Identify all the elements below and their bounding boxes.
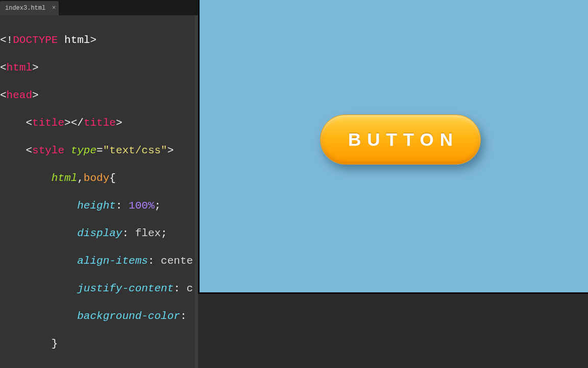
code-text: title (32, 117, 64, 129)
code-text: flex (135, 227, 161, 239)
code-text: < (26, 145, 32, 156)
code-text (0, 117, 26, 129)
code-text: background-color (77, 310, 180, 322)
tab-index3[interactable]: index3.html × (0, 1, 59, 15)
code-text: } (52, 338, 58, 350)
code-text: { (109, 172, 116, 184)
preview-window: BUTTON (198, 0, 588, 294)
code-text: cente (161, 255, 193, 267)
code-text (0, 255, 77, 267)
code-text: ; (161, 227, 167, 239)
code-text: title (84, 117, 116, 129)
code-editor[interactable]: <!DOCTYPE html> <html> <head> <title></t… (0, 15, 198, 368)
code-text: : (122, 227, 135, 239)
code-text: style (32, 145, 64, 156)
code-text: html (7, 62, 32, 74)
code-text: , (77, 172, 84, 184)
code-text: justify-content (77, 283, 174, 294)
code-text: type (71, 145, 96, 156)
code-text: < (0, 62, 7, 74)
code-text: html (58, 34, 90, 46)
code-text: > (167, 145, 174, 156)
code-text: > (116, 117, 122, 129)
code-text (0, 310, 77, 322)
code-text: "text/css" (103, 145, 167, 156)
code-text: > (90, 34, 96, 46)
code-text (0, 172, 52, 184)
code-text (0, 227, 77, 239)
code-text: DOCTYPE (13, 34, 58, 46)
tab-filename: index3.html (5, 5, 45, 12)
code-text: </ (71, 117, 84, 129)
code-text (0, 338, 52, 350)
code-text: height (77, 200, 116, 212)
code-text: align-items (77, 255, 148, 267)
tab-bar: index3.html × (0, 0, 198, 15)
code-text: : (180, 310, 193, 322)
close-icon[interactable]: × (52, 5, 56, 12)
code-text: = (96, 145, 103, 156)
code-text: : (174, 283, 186, 294)
code-text: > (64, 117, 71, 129)
code-text (0, 283, 77, 294)
code-text: < (0, 89, 7, 101)
code-text: body (84, 172, 109, 184)
demo-button[interactable]: BUTTON (320, 114, 481, 165)
code-text: c (186, 283, 193, 294)
code-text: <! (0, 34, 13, 46)
code-text: > (32, 89, 39, 101)
code-text: display (77, 227, 122, 239)
code-text: head (7, 89, 32, 101)
preview-viewport: BUTTON (203, 0, 588, 289)
code-text (0, 145, 26, 156)
code-text: : (116, 200, 129, 212)
code-text: < (26, 117, 32, 129)
code-text: 100% (129, 200, 154, 212)
code-text: html (52, 172, 77, 184)
code-text: ; (155, 200, 161, 212)
code-text (0, 200, 77, 212)
code-text (64, 145, 71, 156)
code-text: > (32, 62, 39, 74)
code-text: : (148, 255, 161, 267)
